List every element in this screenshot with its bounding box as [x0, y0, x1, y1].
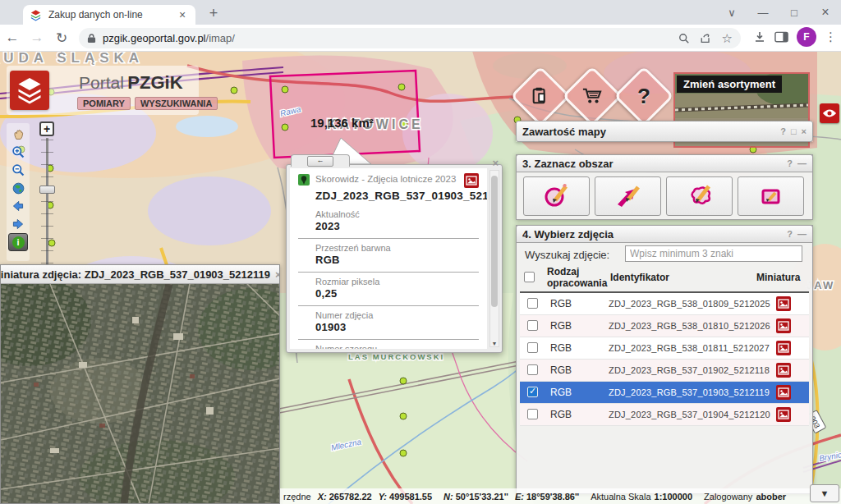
table-row[interactable]: RGB ZDJ_2023_RGB_538_01811_5212027 [520, 337, 809, 360]
window-close-icon[interactable]: × [810, 5, 841, 20]
row-checkbox[interactable] [527, 320, 538, 331]
field-value: RGB [315, 254, 479, 266]
nav-wyszukiwania-button[interactable]: WYSZUKIWANIA [135, 97, 218, 110]
tab-search-icon[interactable]: ∨ [716, 7, 747, 19]
photo-table-body: RGB ZDJ_2023_RGB_538_01809_5212025 RGB Z… [520, 291, 809, 426]
window-maximize-icon[interactable]: □ [779, 7, 810, 19]
popup-field: Numer szeregu 537 [298, 340, 479, 349]
popup-scrollbar[interactable]: ▼ [489, 170, 499, 347]
row-checkbox[interactable] [527, 409, 538, 419]
field-label: Aktualność [315, 209, 479, 219]
row-thumbnail-icon[interactable] [776, 385, 791, 400]
row-thumbnail-icon[interactable] [776, 363, 791, 378]
profile-avatar[interactable]: F [797, 27, 816, 47]
window-minimize-icon[interactable]: — [747, 7, 779, 19]
table-row[interactable]: RGB ZDJ_2023_RGB_537_01904_5212120 [520, 404, 809, 426]
pan-hand-icon[interactable] [8, 125, 28, 143]
layer-marker-icon [298, 174, 310, 186]
table-row[interactable]: RGB ZDJ_2023_RGB_538_01810_5212026 [520, 315, 809, 337]
draw-line-button[interactable] [595, 176, 661, 216]
share-icon[interactable] [700, 33, 712, 44]
select-all-checkbox[interactable] [524, 272, 535, 282]
forward-icon[interactable]: → [25, 30, 49, 46]
row-thumbnail-icon[interactable] [776, 407, 791, 422]
e-label: E: [515, 492, 524, 502]
select-area-title: 3. Zaznacz obszar [522, 158, 782, 170]
select-photos-help-icon[interactable]: ? [787, 229, 793, 239]
side-panel-icon[interactable] [774, 31, 788, 43]
popup-scroll-down-icon[interactable]: ▼ [490, 341, 499, 346]
search-icon[interactable] [678, 33, 690, 44]
eye-icon [822, 108, 837, 118]
reload-icon[interactable]: ↻ [49, 30, 74, 47]
row-thumbnail-icon[interactable] [776, 341, 791, 355]
photo-preview-close-icon[interactable]: × [275, 268, 279, 281]
zoom-slider-handle[interactable] [39, 186, 55, 194]
info-icon: i [12, 236, 25, 249]
popup-thumbnail-icon[interactable] [464, 173, 479, 188]
row-thumbnail-icon[interactable] [776, 318, 791, 333]
visibility-eye-button[interactable] [820, 103, 839, 123]
row-checkbox[interactable] [527, 387, 538, 397]
map-content-help-icon[interactable]: ? [780, 126, 786, 136]
zoom-out-icon[interactable] [8, 161, 28, 179]
browser-tab[interactable]: Zakup danych on-line × [23, 5, 195, 25]
scale-value: 1:100000 [655, 492, 693, 502]
field-value: 0,25 [315, 287, 479, 300]
map-tools-toolbar: i [7, 123, 30, 261]
photo-preview-panel: Miniatura zdjęcia: ZDJ_2023_RGB_537_0190… [0, 264, 280, 504]
row-checkbox[interactable] [527, 298, 538, 309]
clipboard-icon [522, 77, 559, 115]
row-type: RGB [550, 387, 572, 398]
previous-view-icon[interactable] [8, 197, 28, 215]
bookmark-star-icon[interactable]: ☆ [722, 31, 733, 46]
row-checkbox[interactable] [527, 342, 538, 353]
map-content-close-icon[interactable]: × [802, 126, 807, 136]
zoom-in-icon[interactable] [8, 143, 28, 161]
new-tab-button[interactable]: + [204, 3, 223, 23]
row-type: RGB [550, 320, 572, 332]
draw-circle-button[interactable] [523, 176, 590, 216]
search-photo-input[interactable] [625, 245, 802, 262]
popup-tab[interactable]: ← [291, 154, 350, 167]
field-label: Numer zdjęcia [315, 310, 479, 320]
next-view-icon[interactable] [8, 215, 28, 233]
popup-scrollbar-thumb[interactable] [491, 176, 498, 307]
address-bar[interactable]: pzgik.geoportal.gov.pl/imap/ ☆ [79, 28, 741, 48]
map-content-panel-header[interactable]: Zawartość mapy ? □ × [516, 121, 813, 142]
search-photo-label: Wyszukaj zdjęcie: [525, 249, 609, 261]
y-label: Y: [379, 492, 387, 502]
window-controls: ∨ — □ × [716, 0, 841, 25]
select-area-minimize-icon[interactable]: — [797, 158, 807, 168]
select-photos-minimize-icon[interactable]: — [797, 229, 807, 239]
url-domain: pzgik.geoportal.gov.pl [103, 32, 206, 44]
popup-close-icon[interactable]: × [492, 157, 499, 169]
popup-field: Przestrzeń barwna RGB [298, 239, 479, 273]
draw-rectangle-button[interactable] [738, 176, 804, 216]
identify-info-button[interactable]: i [8, 233, 28, 251]
map-content-maximize-icon[interactable]: □ [791, 126, 797, 136]
map-label-ruda-slaska: RUDA ŚLĄSKA [0, 51, 144, 66]
row-thumbnail-icon[interactable] [776, 296, 791, 311]
back-icon[interactable]: ← [0, 30, 25, 46]
table-row[interactable]: RGB ZDJ_2023_RGB_537_01902_5212118 [520, 360, 809, 382]
download-icon[interactable] [753, 30, 766, 44]
scroll-down-button[interactable]: ▼ [810, 484, 839, 502]
pzgik-logo-icon[interactable] [10, 71, 49, 110]
browser-toolbar: ← → ↻ pzgik.geoportal.gov.pl/imap/ ☆ F ⋮ [0, 25, 841, 52]
browser-menu-icon[interactable]: ⋮ [825, 30, 836, 44]
table-row[interactable]: RGB ZDJ_2023_RGB_537_01903_5212119 [520, 382, 809, 404]
select-area-help-icon[interactable]: ? [787, 158, 793, 168]
table-row[interactable]: RGB ZDJ_2023_RGB_538_01809_5212025 [520, 293, 809, 315]
popup-back-icon[interactable]: ← [307, 156, 333, 167]
row-id: ZDJ_2023_RGB_538_01811_5212027 [609, 343, 770, 353]
zoom-slider-plus-button[interactable]: + [39, 121, 54, 136]
logged-in-user: abober [756, 492, 786, 502]
tab-close-icon[interactable]: × [176, 8, 189, 21]
row-checkbox[interactable] [527, 364, 538, 375]
nav-pomiary-button[interactable]: POMIARY [77, 97, 131, 110]
draw-polygon-button[interactable] [666, 176, 733, 216]
full-extent-globe-icon[interactable] [8, 179, 28, 197]
column-type: Rodzajopracowania [547, 266, 618, 289]
photo-preview-header[interactable]: Miniatura zdjęcia: ZDJ_2023_RGB_537_0190… [1, 265, 279, 284]
